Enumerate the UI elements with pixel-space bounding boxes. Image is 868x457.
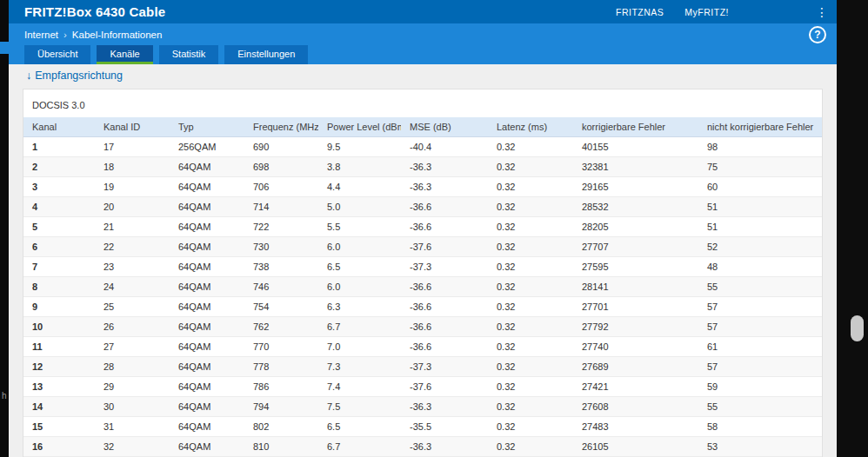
table-body: 117256QAM6909.5-40.40.32401559821864QAM6… bbox=[23, 137, 822, 457]
table-cell: 0.32 bbox=[488, 417, 573, 437]
table-cell: 21 bbox=[95, 217, 170, 237]
table-cell: 16 bbox=[23, 437, 95, 457]
table-cell: 6.3 bbox=[318, 297, 401, 317]
tab-u-bersicht[interactable]: Übersicht bbox=[24, 45, 90, 64]
tab-einstellungen[interactable]: Einstellungen bbox=[224, 45, 308, 64]
table-cell: -37.6 bbox=[401, 237, 488, 257]
table-cell: 31 bbox=[95, 417, 170, 437]
table-cell: 754 bbox=[244, 297, 318, 317]
table-cell: -37.6 bbox=[401, 377, 488, 397]
table-cell: -36.3 bbox=[401, 157, 488, 177]
table-cell: 3 bbox=[23, 177, 95, 197]
tab-bar: ÜbersichtKanäleStatistikEinstellungen bbox=[9, 45, 837, 64]
table-cell: 746 bbox=[244, 277, 318, 297]
table-cell: -40.4 bbox=[401, 137, 488, 157]
table-cell: 0.32 bbox=[488, 237, 573, 257]
table-cell: 7.3 bbox=[318, 357, 401, 377]
tab-kana-le[interactable]: Kanäle bbox=[97, 45, 152, 64]
app-title: FRITZ!Box 6430 Cable bbox=[24, 4, 165, 19]
breadcrumb-internet[interactable]: Internet bbox=[24, 30, 58, 40]
table-cell: 27792 bbox=[573, 317, 698, 337]
left-window-edge: h bbox=[0, 0, 9, 457]
table-cell: 29 bbox=[95, 377, 170, 397]
table-row: 153164QAM8026.5-35.50.322748358 bbox=[23, 417, 822, 437]
table-cell: 5 bbox=[23, 217, 95, 237]
table-cell: 57 bbox=[698, 297, 822, 317]
table-cell: 27483 bbox=[573, 417, 698, 437]
topbar-link-fritznas[interactable]: FRITZNAS bbox=[616, 7, 664, 17]
topbar-links: FRITZNASMyFRITZ! bbox=[616, 7, 729, 17]
table-cell: 7 bbox=[23, 257, 95, 277]
table-cell: 55 bbox=[698, 397, 822, 417]
content-area: ↓Empfangsrichtung DOCSIS 3.0 KanalKanal … bbox=[9, 64, 837, 457]
table-cell: 27689 bbox=[573, 357, 698, 377]
table-cell: 714 bbox=[244, 197, 318, 217]
table-cell: 64QAM bbox=[170, 277, 244, 297]
table-cell: 3.8 bbox=[318, 157, 401, 177]
table-cell: 698 bbox=[244, 157, 318, 177]
table-cell: 27707 bbox=[573, 237, 698, 257]
table-cell: 11 bbox=[23, 337, 95, 357]
table-cell: 9 bbox=[23, 297, 95, 317]
table-cell: 27608 bbox=[573, 397, 698, 417]
table-cell: 9.5 bbox=[318, 137, 401, 157]
table-cell: 0.32 bbox=[488, 337, 573, 357]
table-cell: 5.0 bbox=[318, 197, 401, 217]
table-cell: 27 bbox=[95, 337, 170, 357]
table-row: 31964QAM7064.4-36.30.322916560 bbox=[23, 177, 822, 197]
docsis-card: DOCSIS 3.0 KanalKanal IDTypFrequenz (MHz… bbox=[23, 89, 823, 457]
table-cell: 64QAM bbox=[170, 437, 244, 457]
table-cell: 12 bbox=[23, 357, 95, 377]
table-cell: 17 bbox=[95, 137, 170, 157]
overflow-menu-icon[interactable]: ⋮ bbox=[816, 6, 828, 18]
table-cell: -36.6 bbox=[401, 337, 488, 357]
table-cell: -36.6 bbox=[401, 277, 488, 297]
table-cell: 6 bbox=[23, 237, 95, 257]
table-row: 122864QAM7787.3-37.30.322768957 bbox=[23, 357, 822, 377]
table-cell: 40155 bbox=[573, 137, 698, 157]
table-cell: 0.32 bbox=[488, 397, 573, 417]
table-cell: 6.0 bbox=[318, 237, 401, 257]
table-cell: 55 bbox=[698, 277, 822, 297]
table-cell: 802 bbox=[244, 417, 318, 437]
table-cell: 28141 bbox=[573, 277, 698, 297]
table-cell: 770 bbox=[244, 337, 318, 357]
table-cell: 690 bbox=[244, 137, 318, 157]
table-cell: -37.3 bbox=[401, 357, 488, 377]
column-header-frequenz-mhz: Frequenz (MHz) bbox=[244, 117, 318, 137]
table-cell: 10 bbox=[23, 317, 95, 337]
table-row: 21864QAM6983.8-36.30.323238175 bbox=[23, 157, 822, 177]
empfangsrichtung-link[interactable]: ↓Empfangsrichtung bbox=[26, 70, 837, 82]
table-cell: 64QAM bbox=[170, 157, 244, 177]
table-cell: 27421 bbox=[573, 377, 698, 397]
topbar-link-myfritz[interactable]: MyFRITZ! bbox=[684, 7, 729, 17]
table-cell: 28205 bbox=[573, 217, 698, 237]
docsis-version-label: DOCSIS 3.0 bbox=[23, 89, 822, 117]
table-cell: 6.5 bbox=[318, 417, 401, 437]
table-cell: 0.32 bbox=[488, 297, 573, 317]
tab-statistik[interactable]: Statistik bbox=[159, 45, 219, 64]
column-header-korrigierbare-fehler: korrigierbare Fehler bbox=[573, 117, 698, 137]
table-cell: -37.3 bbox=[401, 257, 488, 277]
column-header-power-level-dbmv: Power Level (dBmV) bbox=[318, 117, 401, 137]
table-cell: 810 bbox=[244, 437, 318, 457]
table-cell: 61 bbox=[698, 337, 822, 357]
table-cell: 0.32 bbox=[488, 277, 573, 297]
scrollbar-thumb[interactable] bbox=[851, 315, 864, 341]
table-cell: -36.3 bbox=[401, 177, 488, 197]
help-icon[interactable]: ? bbox=[809, 26, 826, 43]
table-cell: 27595 bbox=[573, 257, 698, 277]
table-cell: 15 bbox=[23, 417, 95, 437]
table-row: 42064QAM7145.0-36.60.322853251 bbox=[23, 197, 822, 217]
table-row: 117256QAM6909.5-40.40.324015598 bbox=[23, 137, 822, 157]
table-cell: 1 bbox=[23, 137, 95, 157]
table-row: 82464QAM7466.0-36.60.322814155 bbox=[23, 277, 822, 297]
table-cell: 8 bbox=[23, 277, 95, 297]
table-cell: 28532 bbox=[573, 197, 698, 217]
table-cell: 59 bbox=[698, 377, 822, 397]
table-cell: 52 bbox=[698, 237, 822, 257]
table-cell: 64QAM bbox=[170, 177, 244, 197]
table-cell: 730 bbox=[244, 237, 318, 257]
column-header-kanal-id: Kanal ID bbox=[95, 117, 170, 137]
table-cell: 0.32 bbox=[488, 437, 573, 457]
